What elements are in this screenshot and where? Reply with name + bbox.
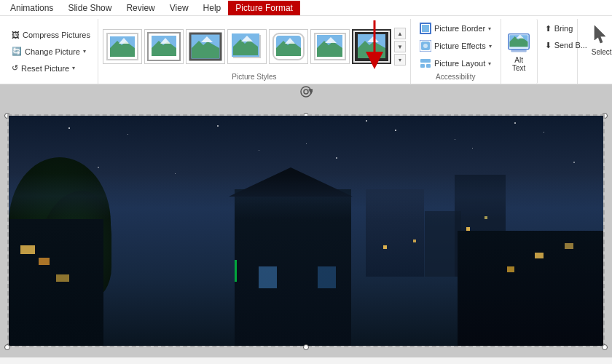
picture-effects-icon — [420, 40, 431, 52]
scroll-down-arrow[interactable]: ▼ — [394, 41, 406, 52]
scroll-more-arrow[interactable]: ▾ — [394, 54, 406, 66]
select-label: Select — [592, 48, 612, 56]
sel-handle-bottomleft[interactable] — [4, 344, 10, 350]
style-thumb-2[interactable] — [144, 29, 184, 64]
menu-help[interactable]: Help — [196, 1, 229, 15]
picture-format-col: Picture Border ▾ Picture Effects ▾ Pictu… — [411, 19, 501, 84]
svg-rect-40 — [511, 49, 526, 52]
lwin2 — [39, 258, 50, 265]
style-thumb-5[interactable] — [269, 29, 308, 64]
send-icon: ⬇ — [545, 41, 552, 50]
scroll-up-arrow[interactable]: ▲ — [394, 28, 406, 39]
ribbon: 🖼 Compress Pictures 🔄 Change Picture ▾ ↺… — [0, 16, 612, 85]
reset-picture-btn[interactable]: ↺ Reset Picture ▾ — [7, 60, 95, 76]
sel-handle-bottomcenter[interactable] — [303, 344, 309, 350]
slide-area — [0, 85, 612, 357]
night-scene — [9, 116, 603, 346]
win1 — [383, 245, 387, 249]
change-arrow: ▾ — [83, 48, 86, 55]
send-btn[interactable]: ⬇ Send B... — [541, 37, 574, 53]
change-icon: 🔄 — [12, 47, 22, 56]
compress-icon: 🖼 — [12, 31, 20, 39]
select-icon — [590, 23, 612, 47]
bring-send-section: ⬆ Bring ⬇ Send B... — [538, 19, 578, 84]
alt-text-label: AltText — [512, 56, 525, 72]
reset-icon: ↺ — [12, 63, 18, 73]
accessibility-bottom-label: Accessibility — [415, 73, 496, 82]
style-thumb-7-selected[interactable] — [352, 29, 391, 64]
house-win2 — [318, 266, 336, 288]
rwin1 — [535, 253, 544, 258]
atmospheric-haze — [9, 173, 603, 219]
svg-point-31 — [423, 44, 428, 48]
picture-styles-section: ▲ ▼ ▾ Picture Styles — [98, 19, 411, 84]
picture-border-btn[interactable]: Picture Border ▾ — [415, 20, 496, 36]
sel-handle-bottomright[interactable] — [602, 344, 608, 350]
svg-rect-33 — [420, 59, 431, 63]
svg-point-44 — [304, 90, 308, 94]
select-btn[interactable]: Select — [584, 20, 612, 59]
svg-rect-34 — [420, 64, 425, 68]
picture-effects-btn[interactable]: Picture Effects ▾ — [415, 38, 496, 54]
picture-layout-icon — [420, 58, 431, 69]
left-picture-buttons: 🖼 Compress Pictures 🔄 Change Picture ▾ ↺… — [4, 19, 98, 84]
image-container — [7, 114, 605, 347]
picture-styles-top: ▲ ▼ ▾ — [103, 20, 406, 73]
style-thumb-4[interactable] — [227, 29, 267, 64]
style-thumb-1[interactable] — [103, 29, 142, 64]
alt-text-btn[interactable]: AltText — [501, 19, 538, 84]
style-thumbnails — [103, 29, 391, 64]
menu-picture-format[interactable]: Picture Format — [228, 1, 300, 15]
border-arrow-icon: ▾ — [488, 25, 491, 32]
slide-canvas — [7, 100, 605, 347]
rwin3 — [565, 243, 573, 249]
rwin2 — [507, 266, 514, 272]
style-thumb-3[interactable] — [186, 29, 225, 64]
change-picture-btn[interactable]: 🔄 Change Picture ▾ — [7, 44, 95, 60]
compress-pictures-btn[interactable]: 🖼 Compress Pictures — [7, 27, 95, 43]
lwin1 — [20, 245, 35, 254]
picture-styles-label: Picture Styles — [103, 73, 406, 82]
picture-border-icon — [420, 23, 431, 34]
bring-icon: ⬆ — [545, 24, 552, 33]
bring-btn[interactable]: ⬆ Bring — [541, 20, 574, 36]
alt-text-icon — [507, 31, 530, 55]
select-section: Select — [578, 19, 612, 84]
picture-layout-btn[interactable]: Picture Layout ▾ — [415, 55, 496, 71]
style-thumb-6[interactable] — [310, 29, 350, 64]
svg-rect-35 — [426, 64, 431, 68]
rotate-handle[interactable] — [299, 85, 313, 98]
lwin3 — [56, 274, 69, 282]
menu-animations[interactable]: Animations — [3, 1, 60, 15]
scroll-arrows: ▲ ▼ ▾ — [394, 28, 406, 66]
green-element — [235, 260, 237, 282]
layout-arrow-icon: ▾ — [488, 60, 491, 67]
menu-bar: Animations Slide Show Review View Help P… — [0, 0, 612, 16]
fg-building-left — [9, 219, 103, 346]
win2 — [413, 240, 416, 242]
fg-building-right — [458, 231, 603, 346]
effects-arrow-icon: ▾ — [489, 43, 492, 50]
menu-view[interactable]: View — [162, 1, 196, 15]
reset-arrow: ▾ — [72, 65, 75, 71]
menu-slideshow[interactable]: Slide Show — [60, 1, 119, 15]
menu-review[interactable]: Review — [119, 1, 162, 15]
svg-rect-29 — [422, 25, 429, 32]
house-win1 — [259, 266, 277, 288]
